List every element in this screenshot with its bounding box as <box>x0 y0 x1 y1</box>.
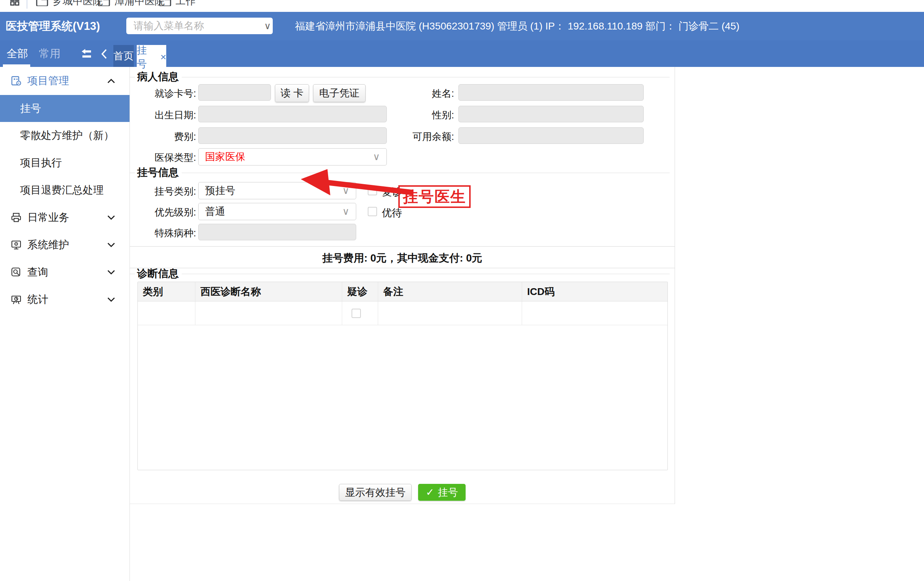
special-disease-label: 特殊病种: <box>130 227 196 239</box>
registration-type-select[interactable]: 预挂号 ∨ <box>198 182 356 199</box>
collapse-menu-icon[interactable] <box>81 48 94 60</box>
bookmark-item[interactable]: 工作 <box>159 0 196 12</box>
tab-close-icon[interactable]: × <box>160 52 166 62</box>
chevron-up-icon <box>107 78 116 84</box>
balance-label: 可用余额: <box>389 130 454 143</box>
sidebar-item-query[interactable]: 查询 <box>0 259 130 286</box>
suspected-checkbox[interactable] <box>351 309 361 318</box>
fee-type-input[interactable] <box>198 127 387 144</box>
tabs-scroll-left-icon[interactable] <box>100 48 109 60</box>
bookmark-item[interactable]: 漳浦中医院 <box>98 0 165 12</box>
session-info: 福建省漳州市漳浦县中医院 (H35062301739) 管理员 (1) IP： … <box>295 12 739 40</box>
card-no-label: 就诊卡号: <box>130 87 196 100</box>
priority-level-select[interactable]: 普通 ∨ <box>198 203 356 220</box>
remark-cell[interactable] <box>378 302 522 325</box>
bookmark-label: 芗城中医院 <box>53 0 103 8</box>
sidebar-item-label: 项目退费汇总处理 <box>20 183 104 198</box>
priority-level-label: 优先级别: <box>130 206 196 219</box>
insurance-type-select[interactable]: 国家医保 ∨ <box>198 148 387 165</box>
sidebar-item-label: 项目管理 <box>27 74 69 88</box>
e-certificate-button[interactable]: 电子凭证 <box>313 84 366 102</box>
app-header: 医技管理系统(V13) ∨ 福建省漳州市漳浦县中医院 (H35062301739… <box>0 12 924 40</box>
bookmark-label: 漳浦中医院 <box>114 0 165 8</box>
sidebar-item-scattered-prescription[interactable]: 零散处方维护（新） <box>0 122 130 149</box>
tab-register-label: 挂号 <box>137 43 157 71</box>
sidebar-item-label: 查询 <box>27 265 48 279</box>
sidebar-item-registration[interactable]: 挂号 <box>0 95 130 122</box>
sidebar-item-label: 挂号 <box>20 101 41 116</box>
column-header: ICD码 <box>522 282 667 301</box>
daily-business-icon <box>11 212 21 223</box>
fee-type-label: 费别: <box>130 130 196 143</box>
sidebar-item-system-maintenance[interactable]: 系统维护 <box>0 231 130 259</box>
sidebar-item-project-management[interactable]: 项目管理 <box>0 67 130 95</box>
sidebar-item-label: 项目执行 <box>20 156 62 170</box>
column-header: 西医诊断名称 <box>195 282 342 301</box>
insurance-type-value: 国家医保 <box>205 150 246 164</box>
revisit-checkbox[interactable] <box>368 186 377 195</box>
card-no-input[interactable] <box>198 84 271 101</box>
birth-date-input[interactable] <box>198 106 387 122</box>
name-label: 姓名: <box>389 87 454 100</box>
privilege-checkbox[interactable] <box>368 207 377 216</box>
registration-type-label: 挂号类别: <box>130 185 196 198</box>
chevron-down-icon: ∨ <box>342 185 350 196</box>
category-cell[interactable] <box>138 302 195 325</box>
gender-input[interactable] <box>459 106 644 122</box>
query-icon <box>11 267 21 278</box>
folder-icon <box>159 0 171 6</box>
bookmarks-divider <box>26 0 27 8</box>
registration-doctor-annotation: 挂号医生 <box>398 185 471 208</box>
menu-search-combo[interactable]: ∨ <box>126 18 273 34</box>
register-button-label: 挂号 <box>438 486 458 499</box>
bookmark-item[interactable]: 芗城中医院 <box>36 0 103 12</box>
column-header: 疑诊 <box>342 282 378 301</box>
apps-grid-icon[interactable] <box>9 0 20 12</box>
gender-label: 性别: <box>389 109 454 122</box>
sidebar-item-label: 零散处方维护（新） <box>20 129 114 143</box>
show-valid-registrations-button[interactable]: 显示有效挂号 <box>339 484 412 501</box>
priority-level-value: 普通 <box>205 205 225 218</box>
tab-register[interactable]: 挂号 × <box>137 45 166 69</box>
sidebar-item-refund-summary[interactable]: 项目退费汇总处理 <box>0 177 130 204</box>
birth-date-label: 出生日期: <box>130 109 196 122</box>
balance-input[interactable] <box>459 127 644 144</box>
table-row <box>138 302 667 325</box>
sidebar-menu: 项目管理 挂号 零散处方维护（新） 项目执行 项目退费汇总处理 日常业务 <box>0 67 130 581</box>
chevron-down-icon <box>107 269 116 276</box>
menu-search-input[interactable] <box>133 20 264 32</box>
separator-line <box>130 246 675 247</box>
sidebar-item-daily-business[interactable]: 日常业务 <box>0 204 130 231</box>
chevron-down-icon <box>107 242 116 248</box>
sidebar-item-label: 统计 <box>27 292 48 307</box>
column-header: 备注 <box>378 282 522 301</box>
tab-home[interactable]: 首页 <box>113 45 134 67</box>
registration-form-panel: 病人信息 就诊卡号: 读 卡 电子凭证 姓名: 出生日期: 性别: 费别: 可用… <box>130 67 675 504</box>
register-button[interactable]: ✓ 挂号 <box>418 484 465 501</box>
insurance-type-label: 医保类型: <box>130 151 196 164</box>
chevron-down-icon: ∨ <box>342 206 350 217</box>
chevron-down-icon: ∨ <box>373 151 380 163</box>
project-management-icon <box>11 76 21 86</box>
chevron-down-icon[interactable]: ∨ <box>264 20 271 31</box>
bookmark-label: 工作 <box>176 0 196 8</box>
sidebar-item-label: 系统维护 <box>27 238 69 252</box>
app-title: 医技管理系统(V13) <box>6 12 100 40</box>
legend-text: 病人信息 <box>135 70 182 84</box>
menu-filter-all[interactable]: 全部 <box>7 40 28 67</box>
icd-code-cell[interactable] <box>522 302 667 325</box>
diagnosis-name-cell[interactable] <box>195 302 342 325</box>
legend-text: 诊断信息 <box>135 267 182 281</box>
folder-icon <box>98 0 110 6</box>
folder-icon <box>36 0 48 6</box>
registration-type-value: 预挂号 <box>205 184 235 198</box>
menu-filter-common[interactable]: 常用 <box>39 40 61 67</box>
special-disease-input[interactable] <box>198 224 356 240</box>
sidebar-item-statistics[interactable]: 统计 <box>0 286 130 314</box>
read-card-button[interactable]: 读 卡 <box>275 84 309 102</box>
name-input[interactable] <box>459 84 644 101</box>
sidebar-item-project-execution[interactable]: 项目执行 <box>0 149 130 177</box>
sidebar-item-label: 日常业务 <box>27 210 69 225</box>
suspected-cell <box>342 302 378 325</box>
chevron-down-icon <box>107 215 116 221</box>
